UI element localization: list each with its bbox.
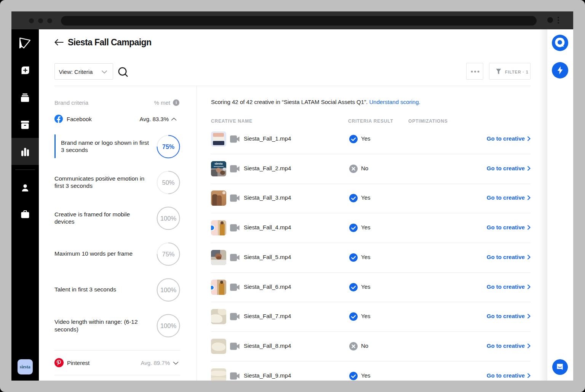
svg-text:100%: 100%	[160, 322, 176, 329]
svg-text:75%: 75%	[162, 251, 174, 258]
svg-text:100%: 100%	[160, 215, 176, 222]
svg-text:75%: 75%	[162, 144, 174, 150]
svg-text:50%: 50%	[162, 179, 174, 186]
svg-text:100%: 100%	[160, 286, 176, 293]
